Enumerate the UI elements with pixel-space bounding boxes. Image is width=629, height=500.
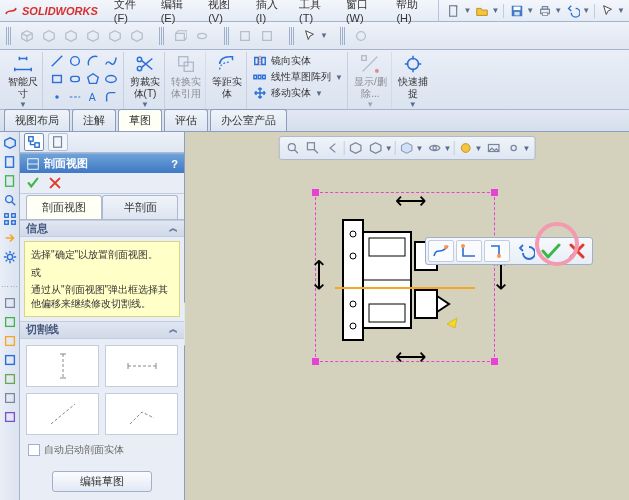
pm-help-button[interactable]: ? <box>171 158 178 170</box>
dropdown-icon[interactable]: ▼ <box>366 100 374 109</box>
pm-subtab-half[interactable]: 半剖面 <box>102 195 178 219</box>
iso-view-1-button[interactable] <box>17 26 37 46</box>
dropdown-icon[interactable]: ▼ <box>444 144 452 153</box>
dropdown-icon[interactable]: ▼ <box>554 6 562 15</box>
strip-btn-8[interactable] <box>3 296 17 310</box>
open-doc-button[interactable] <box>473 2 491 20</box>
linear-pattern-button[interactable]: 线性草图阵列 ▼ <box>253 69 343 85</box>
pm-section-info-header[interactable]: 信息 ︽ <box>20 220 184 238</box>
slot-tool-button[interactable] <box>67 71 83 87</box>
dropdown-icon[interactable]: ▼ <box>141 100 149 109</box>
sheet-2-button[interactable] <box>257 26 277 46</box>
view-display-style-button[interactable] <box>398 139 416 157</box>
save-button[interactable] <box>508 2 526 20</box>
strip-btn-4[interactable] <box>3 193 17 207</box>
strip-btn-1[interactable] <box>3 136 17 150</box>
quick-snap-button[interactable]: 快速捕 捉 ▼ <box>398 53 428 109</box>
pm-subtab-section[interactable]: 剖面视图 <box>26 195 102 219</box>
dropdown-icon[interactable]: ▼ <box>19 100 27 109</box>
print-button[interactable] <box>536 2 554 20</box>
popup-offset-3-button[interactable] <box>484 240 510 262</box>
pm-cancel-button[interactable] <box>46 174 64 192</box>
tab-annotation[interactable]: 注解 <box>72 109 116 131</box>
line-tool-button[interactable] <box>49 53 65 69</box>
dropdown-icon[interactable]: ▼ <box>409 100 417 109</box>
toolbar-grip-icon[interactable] <box>6 27 11 45</box>
pm-section-cutline-header[interactable]: 切割线 ︽ <box>20 321 184 339</box>
revolve-button[interactable] <box>192 26 212 46</box>
move-entities-button[interactable]: 移动实体 ▼ <box>253 85 323 101</box>
dropdown-icon[interactable]: ▼ <box>474 144 482 153</box>
pm-ok-button[interactable] <box>24 174 42 192</box>
misc-tool-button[interactable] <box>351 26 371 46</box>
view-zoom-fit-button[interactable] <box>284 139 302 157</box>
selection-arrow-top[interactable]: ⟷ <box>395 190 427 212</box>
pm-edit-sketch-button[interactable]: 编辑草图 <box>52 471 152 492</box>
polygon-tool-button[interactable] <box>85 71 101 87</box>
menu-tools[interactable]: 工具(T) <box>293 0 340 26</box>
view-settings-button[interactable] <box>504 139 522 157</box>
select-button[interactable] <box>599 2 617 20</box>
view-hide-show-button[interactable] <box>426 139 444 157</box>
dropdown-icon[interactable]: ▼ <box>320 31 328 40</box>
pm-cutline-option-1[interactable] <box>26 345 99 387</box>
ellipse-tool-button[interactable] <box>103 71 119 87</box>
undo-button[interactable] <box>564 2 582 20</box>
extrude-button[interactable] <box>170 26 190 46</box>
strip-btn-6[interactable] <box>3 231 17 245</box>
iso-view-6-button[interactable] <box>127 26 147 46</box>
dropdown-icon[interactable]: ▼ <box>315 89 323 98</box>
tab-office[interactable]: 办公室产品 <box>210 109 287 131</box>
tab-evaluate[interactable]: 评估 <box>164 109 208 131</box>
dropdown-icon[interactable]: ▼ <box>526 6 534 15</box>
view-zoom-area-button[interactable] <box>304 139 322 157</box>
pm-tab-feature-tree[interactable] <box>24 133 44 151</box>
selection-handle-bl[interactable] <box>312 358 319 365</box>
selection-handle-tl[interactable] <box>312 189 319 196</box>
arc-tool-button[interactable] <box>85 53 101 69</box>
pm-auto-start-checkbox[interactable]: 自动启动剖面实体 <box>20 441 184 463</box>
strip-btn-10[interactable] <box>3 334 17 348</box>
tab-view-layout[interactable]: 视图布局 <box>4 109 70 131</box>
toolbar-grip-icon[interactable] <box>340 27 345 45</box>
fillet-tool-button[interactable] <box>103 89 119 105</box>
select-cursor-button[interactable] <box>300 26 320 46</box>
view-prev-button[interactable] <box>324 139 342 157</box>
toolbar-grip-icon[interactable] <box>289 27 294 45</box>
dropdown-icon[interactable]: ▼ <box>617 6 625 15</box>
menu-edit[interactable]: 编辑(E) <box>155 0 203 26</box>
strip-btn-5[interactable] <box>3 212 17 226</box>
dropdown-icon[interactable]: ▼ <box>385 144 393 153</box>
toolbar-grip-icon[interactable] <box>224 27 229 45</box>
new-doc-button[interactable] <box>445 2 463 20</box>
view-appearance-button[interactable] <box>456 139 474 157</box>
menu-insert[interactable]: 插入(I) <box>250 0 293 26</box>
dropdown-icon[interactable]: ▼ <box>582 6 590 15</box>
strip-btn-14[interactable] <box>3 410 17 424</box>
strip-btn-13[interactable] <box>3 391 17 405</box>
dropdown-icon[interactable]: ▼ <box>491 6 499 15</box>
dropdown-icon[interactable]: ▼ <box>463 6 471 15</box>
convert-entities-button[interactable]: 转换实 体引用 <box>171 53 201 99</box>
dropdown-icon[interactable]: ▼ <box>416 144 424 153</box>
iso-view-3-button[interactable] <box>61 26 81 46</box>
centerline-tool-button[interactable] <box>67 89 83 105</box>
pm-cutline-option-2[interactable] <box>105 345 178 387</box>
strip-btn-3[interactable] <box>3 174 17 188</box>
popup-offset-2-button[interactable] <box>456 240 482 262</box>
trim-entities-button[interactable]: 剪裁实 体(T) ▼ <box>130 53 160 109</box>
popup-offset-1-button[interactable] <box>428 240 454 262</box>
drawing-canvas[interactable]: ▼ ▼ ▼ ▼ ▼ ⟷ ⟷ ⟷ ⟷ <box>185 132 629 500</box>
selection-handle-br[interactable] <box>491 358 498 365</box>
text-tool-button[interactable]: A <box>85 89 101 105</box>
smart-dimension-button[interactable]: 智能尺 寸 ▼ <box>8 53 38 109</box>
strip-btn-7[interactable] <box>3 250 17 264</box>
view-scene-button[interactable] <box>484 139 502 157</box>
toolbar-grip-icon[interactable] <box>159 27 164 45</box>
menu-file[interactable]: 文件(F) <box>108 0 155 26</box>
spline-tool-button[interactable] <box>103 53 119 69</box>
menu-window[interactable]: 窗口(W) <box>340 0 390 26</box>
view-section-button[interactable] <box>347 139 365 157</box>
strip-btn-11[interactable] <box>3 353 17 367</box>
selection-handle-tr[interactable] <box>491 189 498 196</box>
